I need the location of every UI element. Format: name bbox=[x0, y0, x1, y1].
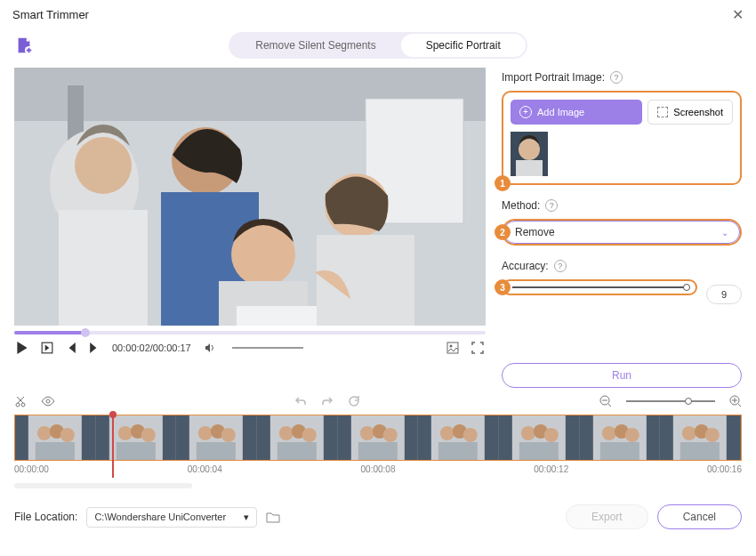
svg-rect-65 bbox=[600, 442, 639, 460]
callout-badge-3: 3 bbox=[495, 279, 511, 295]
svg-rect-35 bbox=[117, 442, 156, 460]
timeline[interactable] bbox=[14, 415, 742, 461]
callout-badge-2: 2 bbox=[495, 224, 511, 240]
svg-point-54 bbox=[463, 428, 478, 442]
video-progress[interactable] bbox=[14, 331, 486, 334]
svg-point-19 bbox=[519, 139, 540, 160]
folder-icon[interactable] bbox=[266, 511, 280, 523]
tab-remove-silent[interactable]: Remove Silent Segments bbox=[230, 34, 400, 57]
svg-point-49 bbox=[383, 428, 398, 442]
zoom-out-icon[interactable] bbox=[599, 395, 612, 407]
prev-frame-icon[interactable] bbox=[66, 342, 76, 353]
help-icon[interactable]: ? bbox=[610, 71, 623, 84]
file-location-select[interactable]: C:\Wondershare UniConverter ▾ bbox=[86, 507, 257, 528]
tab-specific-portrait[interactable]: Specific Portrait bbox=[401, 34, 526, 57]
accuracy-label: Accuracy: bbox=[502, 260, 549, 272]
app-logo-icon bbox=[14, 36, 34, 55]
svg-point-6 bbox=[75, 137, 132, 194]
svg-point-23 bbox=[46, 399, 50, 403]
tick-label: 00:00:08 bbox=[361, 464, 396, 474]
snapshot-icon[interactable] bbox=[446, 342, 459, 354]
tick-label: 00:00:16 bbox=[707, 464, 742, 474]
time-display: 00:00:02/00:00:17 bbox=[112, 342, 191, 353]
help-icon[interactable]: ? bbox=[554, 260, 567, 272]
cut-icon[interactable] bbox=[14, 395, 27, 407]
svg-rect-30 bbox=[36, 442, 75, 460]
method-value: Remove bbox=[515, 226, 555, 238]
add-image-label: Add Image bbox=[537, 107, 584, 117]
svg-point-64 bbox=[625, 428, 639, 442]
export-button: Export bbox=[566, 504, 648, 529]
volume-slider[interactable] bbox=[232, 347, 303, 349]
svg-rect-60 bbox=[519, 442, 559, 460]
volume-icon[interactable] bbox=[204, 342, 216, 354]
timeline-frame bbox=[580, 415, 661, 460]
close-icon[interactable]: ✕ bbox=[732, 6, 744, 23]
portrait-thumbnail[interactable] bbox=[511, 132, 548, 176]
callout-badge-1: 1 bbox=[495, 175, 511, 191]
svg-point-17 bbox=[450, 345, 453, 348]
mode-tabs: Remove Silent Segments Specific Portrait bbox=[229, 32, 527, 59]
svg-point-59 bbox=[544, 428, 559, 442]
play-icon[interactable] bbox=[16, 342, 28, 354]
file-location-value: C:\Wondershare UniConverter bbox=[94, 512, 226, 522]
tick-label: 00:00:12 bbox=[534, 464, 568, 474]
cancel-button[interactable]: Cancel bbox=[657, 504, 742, 529]
method-select[interactable]: Remove ⌄ bbox=[503, 221, 740, 244]
timeline-scrollbar[interactable] bbox=[14, 483, 192, 488]
accuracy-value: 9 bbox=[706, 285, 742, 304]
timeline-frame bbox=[660, 415, 741, 460]
svg-point-42 bbox=[279, 426, 294, 440]
reset-icon[interactable] bbox=[348, 395, 360, 407]
svg-rect-70 bbox=[680, 442, 720, 460]
svg-point-52 bbox=[440, 426, 454, 440]
svg-rect-12 bbox=[237, 306, 317, 326]
accuracy-callout: 3 bbox=[502, 279, 697, 295]
screenshot-button[interactable]: Screenshot bbox=[647, 100, 733, 125]
svg-point-21 bbox=[16, 403, 20, 407]
svg-point-62 bbox=[602, 426, 616, 440]
screenshot-label: Screenshot bbox=[673, 107, 723, 117]
tick-label: 00:00:00 bbox=[14, 464, 49, 474]
method-label: Method: bbox=[502, 199, 540, 212]
method-callout: 2 Remove ⌄ bbox=[502, 219, 742, 246]
svg-rect-55 bbox=[438, 442, 478, 460]
run-button[interactable]: Run bbox=[502, 363, 742, 388]
accuracy-slider[interactable] bbox=[512, 286, 687, 288]
timeline-frame bbox=[15, 415, 96, 460]
screenshot-icon bbox=[657, 107, 668, 117]
svg-rect-7 bbox=[59, 210, 148, 326]
timeline-frame bbox=[499, 415, 580, 460]
svg-point-22 bbox=[21, 403, 25, 407]
svg-rect-45 bbox=[277, 442, 317, 460]
svg-point-37 bbox=[198, 426, 213, 440]
next-frame-icon[interactable] bbox=[89, 342, 100, 353]
timeline-ticks: 00:00:00 00:00:04 00:00:08 00:00:12 00:0… bbox=[14, 461, 742, 478]
redo-icon[interactable] bbox=[321, 395, 334, 407]
file-location-label: File Location: bbox=[14, 511, 77, 523]
svg-point-67 bbox=[682, 426, 696, 440]
window-title: Smart Trimmer bbox=[12, 8, 89, 21]
fullscreen-icon[interactable] bbox=[471, 342, 484, 354]
timeline-frame bbox=[96, 415, 177, 460]
preview-icon[interactable] bbox=[41, 396, 55, 407]
zoom-in-icon[interactable] bbox=[729, 395, 742, 407]
timeline-frame bbox=[176, 415, 257, 460]
timeline-frame bbox=[418, 415, 499, 460]
stop-icon[interactable] bbox=[41, 342, 53, 354]
video-preview[interactable] bbox=[14, 68, 486, 326]
zoom-slider[interactable] bbox=[626, 400, 715, 402]
add-image-button[interactable]: + Add Image bbox=[511, 100, 642, 125]
help-icon[interactable]: ? bbox=[545, 199, 558, 212]
chevron-down-icon: ⌄ bbox=[721, 228, 728, 238]
svg-point-34 bbox=[141, 428, 156, 442]
svg-rect-50 bbox=[358, 442, 398, 460]
plus-icon: + bbox=[519, 106, 532, 118]
timeline-frame bbox=[338, 415, 419, 460]
import-label: Import Portrait Image: bbox=[502, 71, 605, 84]
undo-icon[interactable] bbox=[294, 395, 307, 407]
import-callout: 1 + Add Image Screenshot bbox=[502, 91, 742, 185]
svg-point-57 bbox=[521, 426, 535, 440]
svg-point-39 bbox=[221, 428, 236, 442]
svg-point-44 bbox=[302, 428, 317, 442]
